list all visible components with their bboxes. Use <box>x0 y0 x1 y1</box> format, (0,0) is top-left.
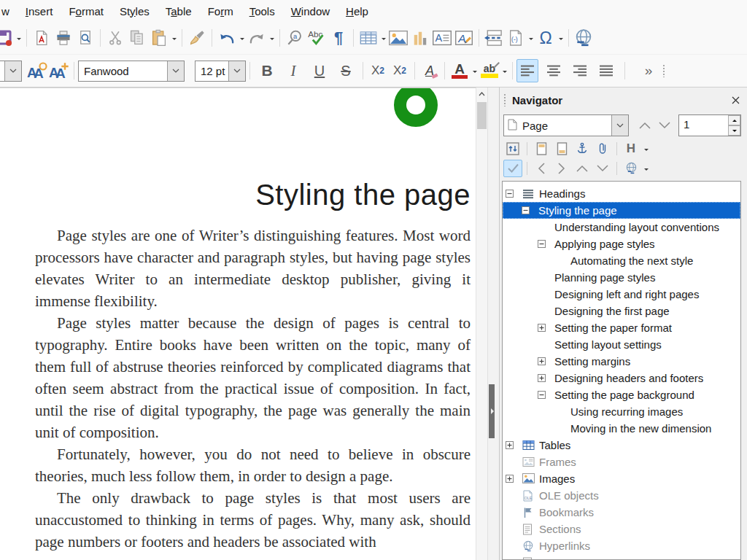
font-size-combobox[interactable]: 12 pt <box>195 61 246 82</box>
scrollbar-up-arrow[interactable] <box>476 88 487 101</box>
promote-icon[interactable] <box>573 160 592 177</box>
menu-item-view-partial[interactable]: w <box>0 2 18 20</box>
tree-item-images[interactable]: Images <box>503 470 740 487</box>
menu-item-help[interactable]: Help <box>338 2 376 20</box>
forward-icon[interactable] <box>552 160 571 177</box>
expand-expander-icon[interactable] <box>538 324 546 332</box>
sidebar-collapse-handle[interactable] <box>489 384 495 438</box>
document-scrollbar[interactable] <box>476 88 487 560</box>
toolbar-grip[interactable] <box>662 64 665 77</box>
tree-item-styling-the-page[interactable]: Styling the page <box>503 202 740 219</box>
collapse-expander-icon[interactable] <box>538 391 546 399</box>
previous-page-button[interactable] <box>635 116 654 135</box>
clone-formatting-icon[interactable] <box>186 26 208 50</box>
font-size-dropdown[interactable] <box>228 61 245 81</box>
menu-item-styles[interactable]: Styles <box>112 2 158 20</box>
special-character-dropdown[interactable] <box>557 27 565 49</box>
tree-item-designing-headers-and-footers[interactable]: Designing headers and footers <box>503 370 740 386</box>
navigator-grip[interactable] <box>503 93 506 106</box>
subscript-button[interactable]: X2 <box>389 59 411 82</box>
tree-item-frames[interactable]: Frames <box>503 454 740 470</box>
expand-expander-icon[interactable] <box>506 475 514 483</box>
menu-item-table[interactable]: Table <box>158 2 200 20</box>
expand-expander-icon[interactable] <box>538 357 546 365</box>
tree-item-ole-objects[interactable]: OLEOLE objects <box>503 487 740 504</box>
tree-item-partial[interactable] <box>503 554 740 560</box>
spinner-down-button[interactable] <box>728 125 740 136</box>
spinner-up-button[interactable] <box>728 115 740 125</box>
tree-item-hyperlinks[interactable]: Hyperlinks <box>503 537 740 554</box>
collapse-expander-icon[interactable] <box>522 206 530 214</box>
tree-item-automating-the-next-style[interactable]: Automating the next style <box>503 252 740 269</box>
insert-table-icon[interactable] <box>357 26 379 50</box>
insert-image-icon[interactable] <box>387 26 409 50</box>
highlight-color-dropdown[interactable] <box>500 60 508 82</box>
anchor-icon[interactable] <box>573 140 592 158</box>
drag-mode-dropdown[interactable] <box>642 158 650 179</box>
expand-expander-icon[interactable] <box>506 441 514 449</box>
hyperlink-icon[interactable] <box>573 26 595 50</box>
redo-dropdown[interactable] <box>268 27 276 49</box>
document-paragraph[interactable]: Fortunately, however, you do not need to… <box>35 443 471 487</box>
header-icon[interactable] <box>532 140 551 158</box>
navigator-close-icon[interactable] <box>732 94 740 106</box>
menu-item-tools[interactable]: Tools <box>241 2 283 20</box>
document-area[interactable]: Styling the page Page styles are one of … <box>0 88 476 560</box>
export-pdf-icon[interactable] <box>31 26 53 50</box>
tree-item-planning-page-styles[interactable]: Planning page styles <box>503 269 740 286</box>
special-character-icon[interactable]: Ω <box>535 26 557 50</box>
next-page-button[interactable] <box>654 116 674 135</box>
new-style-icon[interactable]: AA <box>48 59 70 82</box>
show-draw-functions-icon[interactable]: A <box>453 26 475 50</box>
tree-item-headings[interactable]: Headings <box>503 185 740 202</box>
bold-button[interactable]: B <box>256 59 278 82</box>
insert-field-icon[interactable]: (-) <box>505 26 527 50</box>
drag-mode-icon[interactable] <box>622 160 640 177</box>
align-left-button[interactable] <box>516 59 538 82</box>
font-name-combobox[interactable]: Fanwood <box>78 61 185 82</box>
save-dropdown[interactable] <box>15 27 23 49</box>
update-style-icon[interactable]: AA <box>26 59 48 82</box>
align-right-button[interactable] <box>569 59 591 82</box>
paragraph-style-combobox[interactable] <box>0 61 22 82</box>
set-reminder-icon[interactable] <box>593 140 612 158</box>
save-icon[interactable] <box>0 26 15 50</box>
undo-icon[interactable] <box>216 26 238 50</box>
document-paragraph[interactable]: Page styles matter because the design of… <box>35 312 471 443</box>
formatting-marks-icon[interactable]: ¶ <box>328 26 349 50</box>
tree-item-bookmarks[interactable]: Bookmarks <box>503 504 740 521</box>
clear-formatting-icon[interactable]: A <box>419 59 441 82</box>
paste-icon[interactable] <box>148 26 170 50</box>
demote-icon[interactable] <box>593 160 612 177</box>
insert-field-dropdown[interactable] <box>527 27 535 49</box>
green-circle-shape[interactable] <box>394 88 438 127</box>
superscript-button[interactable]: X2 <box>367 59 389 82</box>
list-box-toggle-icon[interactable] <box>503 160 522 177</box>
toggle-master-view-icon[interactable] <box>503 140 522 158</box>
tree-item-setting-layout-settings[interactable]: Setting layout settings <box>503 336 740 353</box>
tree-item-setting-margins[interactable]: Setting margins <box>503 353 740 370</box>
insert-text-box-icon[interactable]: A <box>431 26 453 50</box>
heading-levels-button[interactable]: H <box>622 140 640 158</box>
tree-item-applying-page-styles[interactable]: Applying page styles <box>503 236 740 252</box>
document-heading[interactable]: Styling the page <box>35 179 471 211</box>
menu-item-window[interactable]: Window <box>283 2 338 20</box>
tree-item-setting-the-page-background[interactable]: Setting the page background <box>503 386 740 403</box>
font-color-button[interactable]: A <box>449 59 471 82</box>
insert-table-dropdown[interactable] <box>379 27 387 49</box>
paragraph-style-dropdown[interactable] <box>4 61 21 81</box>
tree-item-sections[interactable]: Sections <box>503 521 740 537</box>
menu-item-insert[interactable]: Insert <box>18 2 61 20</box>
menu-item-form[interactable]: Form <box>200 2 241 20</box>
page-number-spinner[interactable]: 1 <box>678 114 741 136</box>
print-preview-icon[interactable] <box>74 26 96 50</box>
font-color-dropdown[interactable] <box>471 60 479 82</box>
print-icon[interactable] <box>53 26 74 50</box>
justify-button[interactable] <box>595 59 617 82</box>
heading-levels-dropdown[interactable] <box>642 138 650 160</box>
footer-icon[interactable] <box>552 140 571 158</box>
cut-icon[interactable] <box>104 26 126 50</box>
document-paragraph[interactable]: Page styles are one of Writer’s distingu… <box>35 225 471 312</box>
align-center-button[interactable] <box>543 59 565 82</box>
font-name-dropdown[interactable] <box>167 61 184 81</box>
